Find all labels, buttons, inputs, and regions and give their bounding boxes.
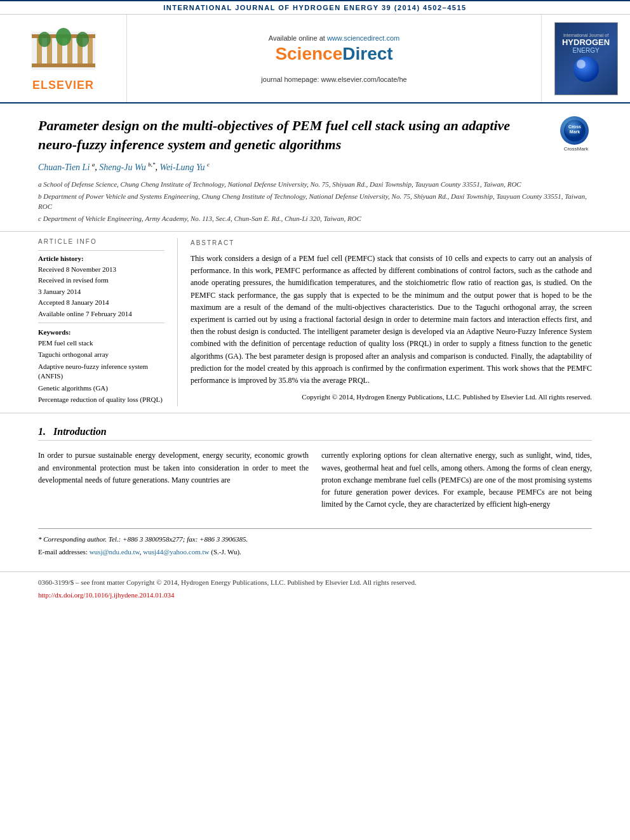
- author-c-sup: c: [207, 161, 210, 168]
- journal-homepage: journal homepage: www.elsevier.com/locat…: [261, 76, 406, 83]
- cover-hydrogen-label: HYDROGEN: [562, 37, 610, 47]
- affil-c: c Department of Vehicle Engineering, Arm…: [38, 213, 592, 224]
- email-label: E-mail addresses:: [38, 548, 88, 556]
- available-online-text: Available online at www.sciencedirect.co…: [269, 34, 399, 42]
- crossmark-badge: Cross Mark CrossMark: [560, 116, 592, 148]
- abstract-text: This work considers a design of a PEM fu…: [191, 253, 592, 387]
- elsevier-logo: ELSEVIER: [25, 25, 102, 92]
- keywords-section: Keywords: PEM fuel cell stack Taguchi or…: [38, 328, 164, 404]
- intro-para-1: In order to pursue sustainable energy de…: [38, 450, 309, 486]
- crossmark-label: CrossMark: [560, 146, 592, 152]
- svg-point-10: [56, 28, 71, 46]
- header-section: ELSEVIER Available online at www.science…: [0, 15, 630, 103]
- article-info-column: ARTICLE INFO Article history: Received 8…: [38, 238, 178, 406]
- corresponding-author: * Corresponding author. Tel.: +886 3 380…: [38, 534, 592, 545]
- info-divider: [38, 250, 164, 251]
- footer-bar: 0360-3199/$ – see front matter Copyright…: [0, 571, 630, 607]
- svg-text:Mark: Mark: [569, 130, 579, 134]
- journal-header-bar: INTERNATIONAL JOURNAL OF HYDROGEN ENERGY…: [0, 0, 630, 15]
- article-title-section: Parameter design on the multi-objectives…: [0, 103, 630, 232]
- intro-two-col: In order to pursue sustainable energy de…: [38, 450, 592, 516]
- main-content: 1. Introduction In order to pursue susta…: [0, 413, 630, 571]
- footer-issn: 0360-3199/$ – see front matter Copyright…: [38, 577, 592, 588]
- available-online-date: Available online 7 February 2014: [38, 309, 164, 319]
- abstract-heading: ABSTRACT: [191, 238, 592, 248]
- email2-link[interactable]: wusj44@yahoo.com.tw: [143, 548, 209, 556]
- intro-col-right: currently exploring options for clean al…: [321, 450, 592, 516]
- accepted-date: Accepted 8 January 2014: [38, 298, 164, 307]
- doi-link[interactable]: http://dx.doi.org/10.1016/j.ijhydene.201…: [38, 591, 175, 599]
- author-chuan-tien: Chuan-Tien Li: [38, 163, 90, 172]
- crossmark-circle: Cross Mark: [560, 116, 589, 145]
- author-sheng-ju: Sheng-Ju Wu: [99, 163, 145, 172]
- intro-section-label: Introduction: [53, 426, 107, 437]
- copyright-text: Copyright © 2014, Hydrogen Energy Public…: [191, 392, 592, 403]
- available-label: Available online at: [269, 34, 325, 42]
- article-history-title: Article history:: [38, 255, 164, 262]
- keywords-divider: [38, 323, 164, 323]
- received-date: Received 8 November 2013: [38, 265, 164, 274]
- journal-cover: International Journal of HYDROGEN ENERGY: [554, 22, 618, 95]
- svg-point-11: [76, 32, 89, 47]
- article-info-abstract-section: ARTICLE INFO Article history: Received 8…: [0, 232, 630, 413]
- keywords-title: Keywords:: [38, 328, 164, 336]
- footer-doi: http://dx.doi.org/10.1016/j.ijhydene.201…: [38, 590, 592, 601]
- corresponding-label: * Corresponding author. Tel.: +886 3 380…: [38, 535, 248, 543]
- article-title: Parameter design on the multi-objectives…: [38, 116, 533, 154]
- sci-label: Science: [275, 44, 342, 63]
- email-name: (S.-J. Wu).: [211, 548, 241, 556]
- keyword-4: Genetic algorithms (GA): [38, 383, 164, 393]
- intro-col-left: In order to pursue sustainable energy de…: [38, 450, 309, 516]
- authors-line: Chuan-Tien Li a, Sheng-Ju Wu b,*, Wei-Lu…: [38, 161, 592, 173]
- header-center: Available online at www.sciencedirect.co…: [127, 15, 541, 102]
- science-direct-url[interactable]: www.sciencedirect.com: [327, 34, 399, 42]
- elsevier-logo-area: ELSEVIER: [0, 15, 127, 102]
- elsevier-tree-icon: [25, 25, 102, 76]
- intro-para-2: currently exploring options for clean al…: [321, 450, 592, 510]
- affil-a: a School of Defense Science, Chung Cheng…: [38, 179, 592, 190]
- cover-intl-label: International Journal of: [563, 33, 608, 37]
- elsevier-text: ELSEVIER: [32, 79, 94, 92]
- keyword-1: PEM fuel cell stack: [38, 338, 164, 348]
- footnote-section: * Corresponding author. Tel.: +886 3 380…: [38, 528, 592, 557]
- intro-section-title: 1. Introduction: [38, 426, 592, 441]
- article-info-heading: ARTICLE INFO: [38, 238, 164, 245]
- direct-label: Direct: [342, 44, 392, 63]
- svg-rect-8: [32, 63, 95, 67]
- keyword-5: Percentage reduction of quality loss (PR…: [38, 395, 164, 404]
- email1-link[interactable]: wusj@ndu.edu.tw: [90, 548, 140, 556]
- intro-section-number: 1.: [38, 426, 46, 437]
- email-footnote: E-mail addresses: wusj@ndu.edu.tw, wusj4…: [38, 547, 592, 557]
- affil-b: b Department of Power Vehicle and System…: [38, 191, 592, 212]
- author-b-sup: b,*: [148, 161, 155, 168]
- abstract-column: ABSTRACT This work considers a design of…: [178, 238, 592, 406]
- sciencedirect-logo: ScienceDirect: [275, 44, 392, 64]
- header-right: International Journal of HYDROGEN ENERGY: [541, 15, 630, 102]
- author-a-sup: a: [92, 161, 95, 168]
- keyword-2: Taguchi orthogonal array: [38, 350, 164, 359]
- svg-text:Cross: Cross: [568, 124, 581, 129]
- author-wei-lung: Wei-Lung Yu: [160, 163, 205, 172]
- keyword-3: Adaptive neuro-fuzzy inference system (A…: [38, 362, 164, 382]
- svg-point-9: [38, 32, 51, 47]
- affiliations: a School of Defense Science, Chung Cheng…: [38, 179, 592, 223]
- received-revised-label: Received in revised form: [38, 276, 164, 285]
- received-revised-date: 3 January 2014: [38, 287, 164, 297]
- cover-energy-label: ENERGY: [572, 47, 599, 54]
- cover-circle-graphic: [573, 57, 599, 82]
